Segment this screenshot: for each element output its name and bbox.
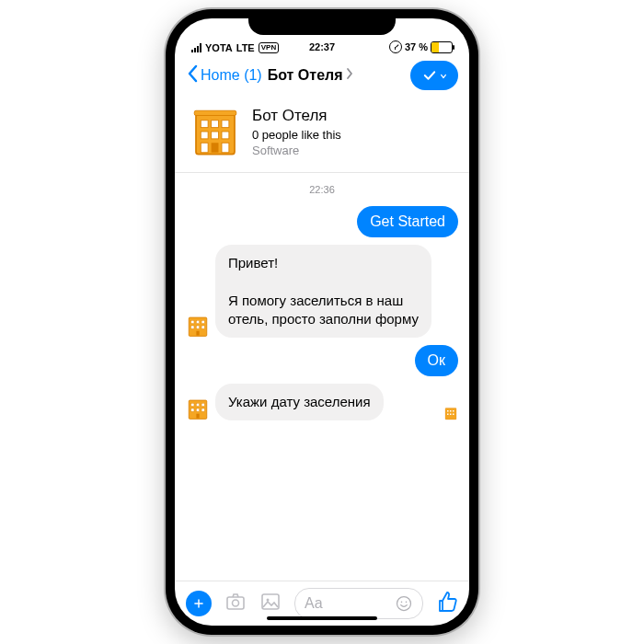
chevron-right-icon [346, 67, 353, 84]
user-message[interactable]: Ок [415, 345, 458, 376]
svg-rect-9 [201, 143, 208, 153]
vpn-badge: VPN [259, 42, 279, 53]
svg-rect-29 [447, 410, 449, 412]
svg-rect-10 [212, 143, 219, 153]
bot-avatar-icon [186, 397, 210, 420]
svg-rect-35 [227, 597, 244, 609]
profile-info: Бот Отеля 0 people like this Software [252, 107, 341, 157]
profile-name: Бот Отеля [252, 107, 341, 125]
svg-rect-19 [196, 331, 199, 336]
chevron-down-icon [440, 67, 447, 84]
bot-message[interactable]: Привет! Я помогу заселиться в наш отель,… [215, 245, 431, 338]
svg-rect-22 [196, 404, 199, 407]
svg-rect-5 [222, 121, 229, 128]
svg-rect-7 [212, 132, 219, 139]
svg-point-41 [406, 602, 408, 604]
chevron-left-icon [186, 64, 199, 86]
svg-rect-17 [196, 326, 199, 328]
hotel-icon [190, 106, 241, 157]
svg-rect-4 [212, 121, 219, 128]
profile-likes: 0 people like this [252, 128, 341, 142]
svg-rect-25 [196, 408, 199, 411]
svg-rect-33 [450, 414, 452, 416]
timestamp: 22:36 [186, 184, 458, 195]
camera-button[interactable] [224, 591, 247, 616]
svg-rect-6 [201, 132, 208, 139]
network-label: LTE [236, 42, 255, 53]
notch [248, 9, 396, 35]
svg-point-39 [397, 597, 411, 611]
input-placeholder: Aa [305, 595, 323, 612]
svg-rect-37 [262, 594, 279, 609]
message-input[interactable]: Aa [294, 588, 423, 619]
conversation[interactable]: 22:36 Get Started [175, 173, 469, 581]
svg-point-36 [233, 600, 239, 606]
bot-avatar-icon [186, 314, 210, 338]
add-button[interactable] [186, 591, 212, 616]
signal-icon [191, 43, 201, 52]
svg-rect-27 [196, 414, 199, 419]
status-time: 22:37 [309, 41, 335, 52]
thumbs-up-icon [436, 591, 458, 613]
like-button[interactable] [436, 591, 458, 616]
chat-title[interactable]: Бот Отеля [268, 67, 353, 84]
read-receipt-icon [443, 406, 458, 420]
svg-rect-26 [201, 408, 204, 411]
svg-point-40 [401, 602, 403, 604]
svg-rect-24 [191, 408, 194, 411]
battery-icon [431, 41, 453, 53]
camera-icon [224, 591, 247, 613]
screen: YOTA LTE VPN 22:37 37 % Home (1) Бот Оте… [175, 18, 469, 626]
back-label: Home (1) [201, 67, 262, 84]
svg-rect-32 [447, 414, 449, 416]
battery-pct: 37 % [405, 41, 428, 52]
svg-rect-11 [222, 143, 229, 153]
svg-rect-34 [453, 414, 454, 416]
svg-rect-2 [194, 110, 236, 115]
svg-rect-16 [191, 326, 194, 328]
user-message[interactable]: Get Started [357, 206, 458, 237]
profile-header[interactable]: Бот Отеля 0 people like this Software [175, 97, 469, 173]
bot-message[interactable]: Укажи дату заселения [215, 384, 384, 420]
phone-frame: YOTA LTE VPN 22:37 37 % Home (1) Бот Оте… [166, 9, 478, 635]
svg-rect-15 [201, 320, 204, 323]
svg-rect-31 [453, 410, 454, 412]
svg-rect-18 [201, 326, 204, 328]
svg-rect-23 [201, 404, 204, 407]
plus-icon [192, 597, 205, 610]
alarm-icon [389, 40, 402, 53]
emoji-icon[interactable] [395, 594, 413, 613]
title-text: Бот Отеля [268, 67, 343, 84]
svg-rect-3 [201, 121, 208, 128]
check-icon [421, 67, 438, 84]
confirm-button[interactable] [410, 61, 458, 90]
svg-rect-8 [222, 132, 229, 139]
gallery-button[interactable] [259, 591, 282, 616]
carrier-label: YOTA [205, 42, 233, 53]
svg-rect-14 [196, 320, 199, 323]
svg-rect-30 [450, 410, 452, 412]
nav-bar: Home (1) Бот Отеля [175, 55, 469, 97]
svg-rect-13 [191, 320, 194, 323]
profile-category: Software [252, 144, 341, 157]
image-icon [259, 591, 282, 613]
back-button[interactable]: Home (1) [186, 64, 262, 86]
home-indicator[interactable] [267, 616, 377, 620]
svg-rect-21 [191, 404, 194, 407]
